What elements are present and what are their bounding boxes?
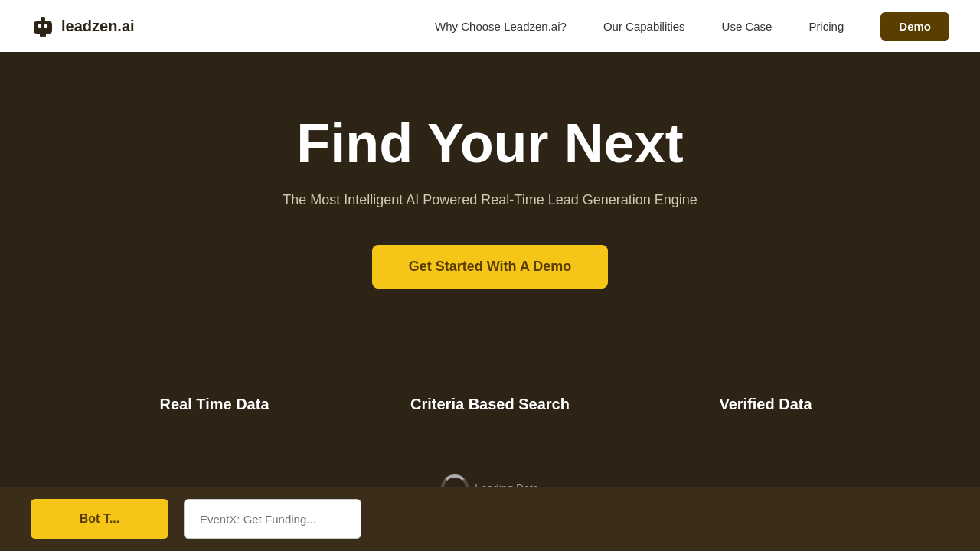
nav-why[interactable]: Why Choose Leadzen.ai? (435, 20, 567, 33)
nav-use-case[interactable]: Use Case (722, 20, 773, 33)
demo-button[interactable]: Demo (880, 12, 949, 41)
feature-criteria-based-search: Criteria Based Search (352, 380, 628, 429)
logo-label: leadzen.ai (61, 18, 135, 35)
navbar: leadzen.ai Why Choose Leadzen.ai? Our Ca… (0, 0, 980, 52)
hero-title: Find Your Next (31, 113, 949, 174)
nav-pricing[interactable]: Pricing (808, 20, 844, 33)
cta-button[interactable]: Get Started With A Demo (372, 245, 609, 289)
hero-section: Find Your Next The Most Intelligent AI P… (0, 52, 980, 334)
features-row: Real Time Data Criteria Based Search Ver… (0, 334, 980, 459)
svg-rect-1 (38, 24, 41, 28)
bottom-bar: Bot T... (0, 487, 980, 551)
bottom-input[interactable] (184, 499, 361, 539)
bottom-cta-button[interactable]: Bot T... (31, 499, 168, 539)
feature-real-time-data-label: Real Time Data (159, 396, 269, 412)
svg-rect-6 (43, 34, 46, 37)
svg-rect-0 (34, 21, 52, 34)
nav-links: Why Choose Leadzen.ai? Our Capabilities … (435, 12, 949, 41)
svg-rect-2 (44, 24, 47, 28)
feature-verified-data: Verified Data (628, 380, 903, 429)
feature-verified-data-label: Verified Data (719, 396, 812, 412)
svg-rect-5 (40, 34, 43, 37)
logo-icon (31, 14, 55, 38)
feature-real-time-data: Real Time Data (77, 380, 352, 429)
hero-subtitle: The Most Intelligent AI Powered Real-Tim… (31, 192, 949, 208)
logo[interactable]: leadzen.ai (31, 14, 135, 38)
nav-capabilities[interactable]: Our Capabilities (603, 20, 685, 33)
feature-criteria-based-search-label: Criteria Based Search (410, 396, 570, 412)
